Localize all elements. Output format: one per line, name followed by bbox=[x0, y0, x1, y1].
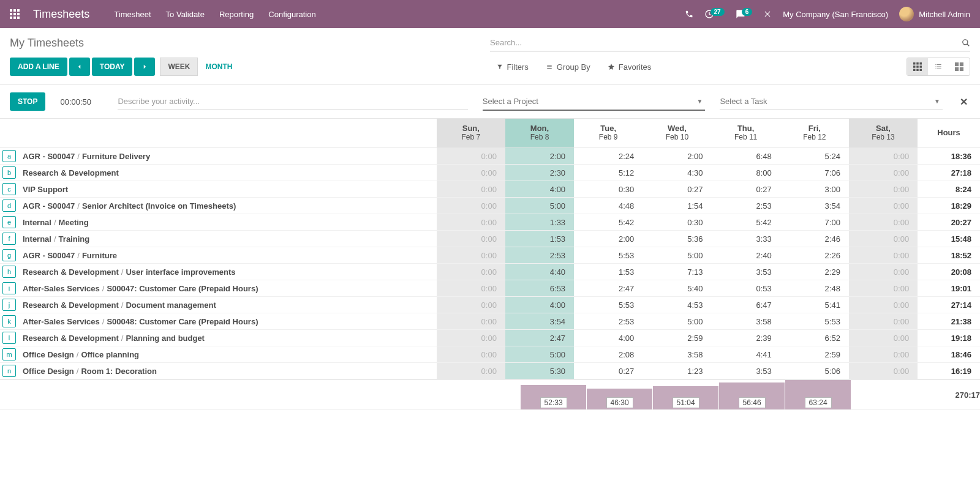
time-cell[interactable]: 4:00 bbox=[505, 181, 574, 198]
time-cell[interactable]: 0:00 bbox=[437, 363, 505, 379]
time-cell[interactable]: 8:00 bbox=[712, 165, 780, 181]
time-cell[interactable]: 0:27 bbox=[574, 363, 643, 379]
time-cell[interactable]: 5:06 bbox=[780, 363, 849, 379]
time-cell[interactable]: 3:53 bbox=[712, 264, 780, 280]
row-label[interactable]: Internal/Meeting bbox=[17, 214, 437, 231]
time-cell[interactable]: 0:00 bbox=[437, 346, 505, 363]
time-cell[interactable]: 5:00 bbox=[643, 247, 711, 264]
time-cell[interactable]: 2:46 bbox=[780, 231, 849, 247]
row-label[interactable]: Research & Development/User interface im… bbox=[17, 264, 437, 280]
time-cell[interactable]: 5:42 bbox=[712, 214, 780, 231]
time-cell[interactable]: 0:53 bbox=[712, 280, 780, 297]
project-select[interactable]: ▼ bbox=[483, 93, 706, 111]
time-cell[interactable]: 0:00 bbox=[437, 330, 505, 346]
time-cell[interactable]: 4:40 bbox=[505, 264, 574, 280]
time-cell[interactable]: 0:00 bbox=[849, 231, 918, 247]
time-cell[interactable]: 0:00 bbox=[849, 363, 918, 379]
nav-link[interactable]: Timesheet bbox=[114, 10, 151, 19]
time-cell[interactable]: 3:54 bbox=[505, 313, 574, 330]
activities-icon[interactable]: 27 bbox=[704, 9, 725, 19]
next-period-button[interactable] bbox=[134, 58, 155, 76]
time-cell[interactable]: 0:00 bbox=[849, 280, 918, 297]
time-cell[interactable]: 5:12 bbox=[574, 165, 643, 181]
row-label[interactable]: Research & Development/Planning and budg… bbox=[17, 330, 437, 346]
view-list-icon[interactable] bbox=[928, 58, 949, 75]
filters-dropdown[interactable]: Filters bbox=[497, 62, 528, 72]
time-cell[interactable]: 2:59 bbox=[780, 346, 849, 363]
time-cell[interactable]: 0:00 bbox=[849, 330, 918, 346]
time-cell[interactable]: 3:58 bbox=[643, 346, 711, 363]
time-cell[interactable]: 0:00 bbox=[437, 313, 505, 330]
time-cell[interactable]: 2:30 bbox=[505, 165, 574, 181]
time-cell[interactable]: 0:00 bbox=[849, 313, 918, 330]
time-cell[interactable]: 2:00 bbox=[643, 148, 711, 165]
close-session-icon[interactable] bbox=[763, 10, 772, 18]
row-hotkey[interactable]: d bbox=[2, 200, 16, 212]
time-cell[interactable]: 2:24 bbox=[574, 148, 643, 165]
time-cell[interactable]: 2:00 bbox=[574, 231, 643, 247]
search-icon[interactable] bbox=[962, 39, 970, 47]
time-cell[interactable]: 0:00 bbox=[849, 165, 918, 181]
row-hotkey[interactable]: n bbox=[2, 365, 16, 377]
row-label[interactable]: Internal/Training bbox=[17, 231, 437, 247]
today-button[interactable]: TODAY bbox=[92, 58, 133, 76]
row-label[interactable]: After-Sales Services/S00048: Customer Ca… bbox=[17, 313, 437, 330]
time-cell[interactable]: 0:00 bbox=[437, 231, 505, 247]
nav-link[interactable]: Reporting bbox=[219, 10, 254, 19]
time-cell[interactable]: 3:58 bbox=[712, 313, 780, 330]
time-cell[interactable]: 2:08 bbox=[574, 346, 643, 363]
row-label[interactable]: VIP Support bbox=[17, 181, 437, 198]
time-cell[interactable]: 0:00 bbox=[849, 148, 918, 165]
task-select[interactable]: ▼ bbox=[720, 93, 943, 110]
time-cell[interactable]: 5:53 bbox=[574, 247, 643, 264]
row-hotkey[interactable]: e bbox=[2, 216, 16, 228]
close-icon[interactable]: ✕ bbox=[957, 96, 970, 108]
user-menu[interactable]: Mitchell Admin bbox=[899, 7, 970, 21]
time-cell[interactable]: 7:06 bbox=[780, 165, 849, 181]
time-cell[interactable]: 2:40 bbox=[712, 247, 780, 264]
time-cell[interactable]: 5:40 bbox=[643, 280, 711, 297]
nav-link[interactable]: To Validate bbox=[166, 10, 205, 19]
time-cell[interactable]: 2:53 bbox=[712, 198, 780, 214]
time-cell[interactable]: 0:27 bbox=[712, 181, 780, 198]
row-label[interactable]: AGR - S00047/Senior Architect (Invoice o… bbox=[17, 198, 437, 214]
phone-icon[interactable] bbox=[685, 10, 693, 18]
time-cell[interactable]: 5:53 bbox=[574, 297, 643, 313]
time-cell[interactable]: 0:00 bbox=[437, 148, 505, 165]
row-label[interactable]: After-Sales Services/S00047: Customer Ca… bbox=[17, 280, 437, 297]
time-cell[interactable]: 2:48 bbox=[780, 280, 849, 297]
time-cell[interactable]: 4:53 bbox=[643, 297, 711, 313]
row-hotkey[interactable]: g bbox=[2, 249, 16, 261]
time-cell[interactable]: 5:42 bbox=[574, 214, 643, 231]
time-cell[interactable]: 6:48 bbox=[712, 148, 780, 165]
messages-icon[interactable]: 6 bbox=[736, 9, 753, 19]
row-hotkey[interactable]: l bbox=[2, 332, 16, 344]
time-cell[interactable]: 3:53 bbox=[712, 363, 780, 379]
row-hotkey[interactable]: i bbox=[2, 282, 16, 294]
time-cell[interactable]: 0:00 bbox=[849, 198, 918, 214]
task-select-input[interactable] bbox=[720, 93, 932, 110]
time-cell[interactable]: 0:00 bbox=[849, 297, 918, 313]
prev-period-button[interactable] bbox=[69, 58, 90, 76]
row-label[interactable]: Research & Development bbox=[17, 165, 437, 181]
groupby-dropdown[interactable]: Group By bbox=[546, 62, 590, 72]
row-hotkey[interactable]: b bbox=[2, 166, 16, 179]
row-hotkey[interactable]: f bbox=[2, 233, 16, 245]
row-label[interactable]: Research & Development/Document manageme… bbox=[17, 297, 437, 313]
time-cell[interactable]: 2:47 bbox=[574, 280, 643, 297]
time-cell[interactable]: 2:47 bbox=[505, 330, 574, 346]
time-cell[interactable]: 5:24 bbox=[780, 148, 849, 165]
period-month-button[interactable]: MONTH bbox=[198, 58, 239, 76]
time-cell[interactable]: 1:53 bbox=[574, 264, 643, 280]
time-cell[interactable]: 0:00 bbox=[437, 247, 505, 264]
company-selector[interactable]: My Company (San Francisco) bbox=[783, 10, 888, 19]
row-label[interactable]: AGR - S00047/Furniture bbox=[17, 247, 437, 264]
time-cell[interactable]: 0:30 bbox=[643, 214, 711, 231]
time-cell[interactable]: 4:48 bbox=[574, 198, 643, 214]
time-cell[interactable]: 2:59 bbox=[643, 330, 711, 346]
view-grid-icon[interactable] bbox=[907, 58, 928, 75]
project-select-input[interactable] bbox=[483, 93, 695, 110]
time-cell[interactable]: 6:47 bbox=[712, 297, 780, 313]
time-cell[interactable]: 5:30 bbox=[505, 363, 574, 379]
time-cell[interactable]: 0:00 bbox=[437, 280, 505, 297]
